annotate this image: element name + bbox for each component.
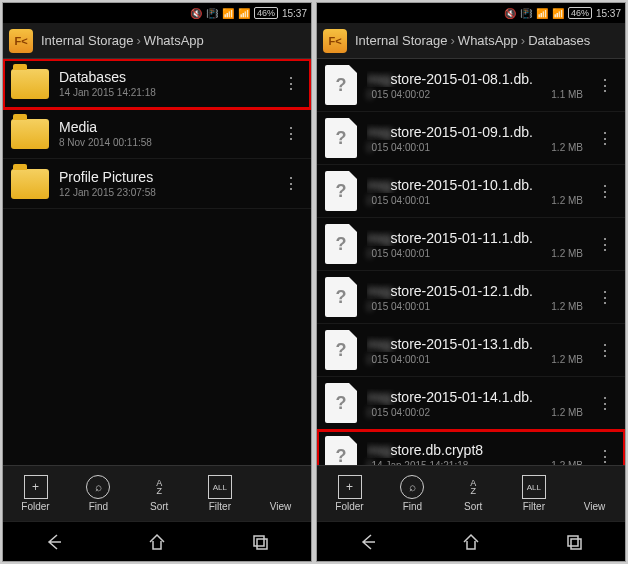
status-bar: 🔇 📳 📶 📶 46% 15:37 (3, 3, 311, 23)
breadcrumb-segment[interactable]: WhatsApp (144, 33, 204, 48)
item-date: 2015 04:00:02 (367, 89, 430, 100)
grid-view-icon (269, 475, 293, 499)
item-name: Databases (59, 69, 269, 85)
app-bar: F< Internal Storage›WhatsApp (3, 23, 311, 59)
toolbar-label: Find (89, 501, 108, 512)
toolbar-filter-button[interactable]: ALLFilter (522, 475, 546, 512)
more-icon[interactable]: ⋮ (593, 129, 617, 148)
more-icon[interactable]: ⋮ (593, 76, 617, 95)
list-item[interactable]: ? msgstore-2015-01-11.1.db. 2015 04:00:0… (317, 218, 625, 271)
list-item[interactable]: ? msgstore-2015-01-09.1.db. 2015 04:00:0… (317, 112, 625, 165)
toolbar-label: View (270, 501, 292, 512)
file-unknown-icon: ? (325, 65, 357, 105)
toolbar-label: View (584, 501, 606, 512)
toolbar-view-button[interactable]: View (583, 475, 607, 512)
more-icon[interactable]: ⋮ (593, 394, 617, 413)
battery-indicator: 46% (254, 7, 278, 19)
list-item[interactable]: ? msgstore-2015-01-14.1.db. 2015 04:00:0… (317, 377, 625, 430)
file-size: 1.2 MB (551, 460, 583, 466)
volume-mute-icon: 🔇 (504, 8, 516, 19)
toolbar-find-button[interactable]: ⌕Find (400, 475, 424, 512)
file-unknown-icon: ? (325, 436, 357, 465)
toolbar-sort-button[interactable]: AZSort (147, 475, 171, 512)
toolbar-folder-button[interactable]: +Folder (335, 475, 363, 512)
breadcrumb[interactable]: Internal Storage›WhatsApp (41, 33, 204, 48)
toolbar-find-button[interactable]: ⌕Find (86, 475, 110, 512)
list-item[interactable]: ? msgstore-2015-01-08.1.db. 2015 04:00:0… (317, 59, 625, 112)
new-folder-icon: + (24, 475, 48, 499)
home-icon[interactable] (460, 531, 482, 553)
vibrate-icon: 📳 (520, 8, 532, 19)
home-icon[interactable] (146, 531, 168, 553)
clock: 15:37 (596, 8, 621, 19)
toolbar-label: Sort (150, 501, 168, 512)
bottom-toolbar: +Folder⌕FindAZSortALLFilterView (317, 465, 625, 521)
more-icon[interactable]: ⋮ (279, 74, 303, 93)
more-icon[interactable]: ⋮ (279, 124, 303, 143)
item-date: 14 Jan 2015 14:21:18 (59, 87, 156, 98)
breadcrumb-segment[interactable]: Internal Storage (41, 33, 134, 48)
list-item[interactable]: ? msgstore-2015-01-12.1.db. 2015 04:00:0… (317, 271, 625, 324)
svg-rect-2 (568, 536, 578, 546)
row-text: Media 8 Nov 2014 00:11:58 (59, 119, 269, 148)
recent-icon[interactable] (563, 531, 585, 553)
list-item[interactable]: ? msgstore.db.crypt8 214 Jan 2015 14:21:… (317, 430, 625, 465)
app-logo-icon[interactable]: F< (9, 29, 33, 53)
file-unknown-icon: ? (325, 171, 357, 211)
file-unknown-icon: ? (325, 118, 357, 158)
file-list[interactable]: Databases 14 Jan 2015 14:21:18 ⋮ Media 8… (3, 59, 311, 465)
breadcrumb-separator: › (137, 33, 141, 48)
file-unknown-icon: ? (325, 330, 357, 370)
row-text: msgstore-2015-01-08.1.db. 2015 04:00:021… (367, 71, 583, 100)
more-icon[interactable]: ⋮ (593, 235, 617, 254)
item-name: msgstore-2015-01-13.1.db. (367, 336, 583, 352)
search-icon: ⌕ (400, 475, 424, 499)
more-icon[interactable]: ⋮ (279, 174, 303, 193)
app-logo-icon[interactable]: F< (323, 29, 347, 53)
file-size: 1.1 MB (551, 89, 583, 100)
list-item[interactable]: Media 8 Nov 2014 00:11:58 ⋮ (3, 109, 311, 159)
back-icon[interactable] (43, 531, 65, 553)
row-text: Databases 14 Jan 2015 14:21:18 (59, 69, 269, 98)
battery-indicator: 46% (568, 7, 592, 19)
file-size: 1.2 MB (551, 301, 583, 312)
sort-icon: AZ (147, 475, 171, 499)
more-icon[interactable]: ⋮ (593, 341, 617, 360)
item-name: msgstore-2015-01-10.1.db. (367, 177, 583, 193)
item-name: msgstore-2015-01-14.1.db. (367, 389, 583, 405)
toolbar-filter-button[interactable]: ALLFilter (208, 475, 232, 512)
more-icon[interactable]: ⋮ (593, 182, 617, 201)
list-item[interactable]: Databases 14 Jan 2015 14:21:18 ⋮ (3, 59, 311, 109)
toolbar-label: Folder (335, 501, 363, 512)
row-text: msgstore-2015-01-10.1.db. 2015 04:00:011… (367, 177, 583, 206)
row-text: msgstore-2015-01-14.1.db. 2015 04:00:021… (367, 389, 583, 418)
back-icon[interactable] (357, 531, 379, 553)
item-name: msgstore.db.crypt8 (367, 442, 583, 458)
item-date: 2015 04:00:01 (367, 354, 430, 365)
breadcrumb[interactable]: Internal Storage›WhatsApp›Databases (355, 33, 590, 48)
toolbar-folder-button[interactable]: +Folder (21, 475, 49, 512)
list-item[interactable]: Profile Pictures 12 Jan 2015 23:07:58 ⋮ (3, 159, 311, 209)
breadcrumb-segment[interactable]: WhatsApp (458, 33, 518, 48)
svg-rect-1 (257, 539, 267, 549)
toolbar-view-button[interactable]: View (269, 475, 293, 512)
more-icon[interactable]: ⋮ (593, 447, 617, 466)
file-size: 1.2 MB (551, 407, 583, 418)
grid-view-icon (583, 475, 607, 499)
nav-bar (3, 521, 311, 561)
item-name: Media (59, 119, 269, 135)
toolbar-sort-button[interactable]: AZSort (461, 475, 485, 512)
item-date: 2015 04:00:02 (367, 407, 430, 418)
file-unknown-icon: ? (325, 383, 357, 423)
breadcrumb-segment[interactable]: Internal Storage (355, 33, 448, 48)
list-item[interactable]: ? msgstore-2015-01-10.1.db. 2015 04:00:0… (317, 165, 625, 218)
breadcrumb-segment[interactable]: Databases (528, 33, 590, 48)
list-item[interactable]: ? msgstore-2015-01-13.1.db. 2015 04:00:0… (317, 324, 625, 377)
more-icon[interactable]: ⋮ (593, 288, 617, 307)
recent-icon[interactable] (249, 531, 271, 553)
folder-icon (11, 169, 49, 199)
row-text: msgstore.db.crypt8 214 Jan 2015 14:21:18… (367, 442, 583, 466)
folder-icon (11, 69, 49, 99)
file-list[interactable]: ? msgstore-2015-01-08.1.db. 2015 04:00:0… (317, 59, 625, 465)
row-text: Profile Pictures 12 Jan 2015 23:07:58 (59, 169, 269, 198)
